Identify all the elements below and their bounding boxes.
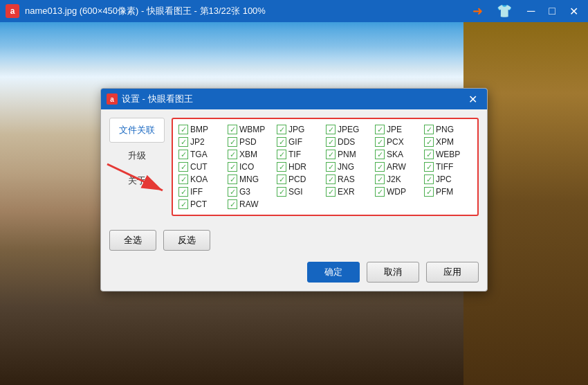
file-type-checkbox[interactable] [375, 150, 385, 159]
file-type-checkbox[interactable] [277, 150, 286, 159]
file-type-label: DDS [338, 137, 355, 147]
file-type-checkbox[interactable] [178, 187, 188, 197]
sidebar-item-file-assoc[interactable]: 文件关联 [109, 118, 165, 143]
file-type-item: EXR [326, 187, 374, 197]
file-type-checkbox[interactable] [375, 162, 385, 172]
apply-button[interactable]: 应用 [426, 262, 479, 283]
file-type-checkbox[interactable] [178, 174, 188, 184]
file-type-checkbox[interactable] [424, 150, 434, 159]
file-type-item: WBMP [228, 125, 275, 134]
file-type-label: PFM [436, 187, 453, 197]
file-type-label: ICO [239, 162, 254, 172]
file-type-checkbox[interactable] [326, 137, 336, 147]
file-type-item: RAS [326, 174, 374, 184]
arrow-icon: ➜ [472, 3, 483, 19]
file-type-item: JP2 [178, 137, 226, 147]
file-type-item: PCT [178, 199, 226, 209]
file-type-checkbox[interactable] [277, 137, 286, 147]
file-type-item: JPC [424, 174, 472, 184]
file-type-label: HDR [288, 162, 306, 172]
file-type-label: BMP [190, 125, 208, 134]
file-type-label: PCX [387, 137, 404, 147]
file-type-checkbox[interactable] [228, 125, 237, 134]
file-type-checkbox[interactable] [228, 150, 237, 159]
file-type-checkbox[interactable] [178, 125, 188, 134]
file-type-item: PCX [375, 137, 423, 147]
settings-sidebar: 文件关联 升级 关于 [109, 118, 165, 216]
file-type-label: JPE [387, 125, 402, 134]
window-title: name013.jpg (600×450像素) - 快眼看图王 - 第13/22… [25, 5, 472, 17]
file-type-checkbox[interactable] [375, 125, 385, 134]
file-type-item: GIF [277, 137, 324, 147]
file-type-checkbox[interactable] [326, 150, 336, 159]
file-type-checkbox[interactable] [178, 137, 188, 147]
file-type-label: WEBP [436, 150, 460, 159]
file-type-label: JPC [436, 174, 452, 184]
file-type-label: EXR [338, 187, 355, 197]
window-controls: ─ □ ✕ [523, 3, 582, 19]
file-type-item: HDR [277, 162, 324, 172]
file-type-checkbox[interactable] [277, 125, 286, 134]
file-type-label: JPG [288, 125, 304, 134]
file-type-label: JP2 [190, 137, 205, 147]
app-icon: a [6, 4, 19, 18]
file-type-checkbox[interactable] [375, 174, 385, 184]
file-type-checkbox[interactable] [228, 137, 237, 147]
file-type-item: PCD [277, 174, 324, 184]
file-type-checkbox[interactable] [178, 162, 188, 172]
select-all-button[interactable]: 全选 [109, 230, 156, 251]
file-type-checkbox[interactable] [375, 137, 385, 147]
file-type-label: G3 [239, 187, 250, 197]
file-type-checkbox[interactable] [424, 125, 434, 134]
file-type-item: CUT [178, 162, 226, 172]
file-type-item: JPG [277, 125, 324, 134]
dialog-overlay: a 设置 - 快眼看图王 ✕ 文件关联 升级 关于 BMPWBMPJP [0, 22, 588, 385]
cancel-button[interactable]: 取消 [367, 262, 419, 283]
file-type-checkbox[interactable] [326, 162, 336, 172]
dialog-close-button[interactable]: ✕ [464, 91, 481, 107]
file-type-checkbox[interactable] [326, 187, 336, 197]
file-type-label: J2K [387, 174, 401, 184]
dialog-title: 设置 - 快眼看图王 [122, 93, 464, 105]
file-type-label: KOA [190, 174, 208, 184]
file-type-checkbox[interactable] [228, 174, 237, 184]
sidebar-item-upgrade[interactable]: 升级 [109, 144, 165, 168]
file-type-checkbox[interactable] [277, 162, 286, 172]
close-button[interactable]: ✕ [565, 3, 582, 19]
file-type-item: KOA [178, 174, 226, 184]
file-type-label: WDP [387, 187, 406, 197]
file-type-label: TIF [288, 150, 301, 159]
file-type-label: WBMP [239, 125, 265, 134]
file-type-checkbox[interactable] [326, 174, 336, 184]
file-type-item: MNG [228, 174, 275, 184]
file-type-checkbox[interactable] [424, 187, 434, 197]
confirm-button[interactable]: 确定 [307, 262, 360, 283]
file-type-checkbox[interactable] [228, 199, 237, 209]
file-type-checkbox[interactable] [277, 174, 286, 184]
file-type-item: TGA [178, 150, 226, 159]
invert-button[interactable]: 反选 [163, 230, 210, 251]
sidebar-item-about[interactable]: 关于 [109, 169, 165, 192]
file-type-item: XBM [228, 150, 275, 159]
file-type-label: SGI [288, 187, 303, 197]
file-type-checkbox[interactable] [178, 199, 188, 209]
file-type-item: RAW [228, 199, 275, 209]
file-type-label: CUT [190, 162, 208, 172]
file-type-checkbox[interactable] [375, 187, 385, 197]
file-type-checkbox[interactable] [424, 174, 434, 184]
file-type-item: BMP [178, 125, 226, 134]
file-type-checkbox[interactable] [228, 162, 237, 172]
file-type-checkbox[interactable] [178, 150, 188, 159]
file-type-label: PCT [190, 199, 207, 209]
shirt-icon: 👕 [497, 3, 512, 19]
file-type-checkbox[interactable] [326, 125, 336, 134]
maximize-button[interactable]: □ [544, 3, 560, 19]
file-type-checkbox[interactable] [424, 137, 434, 147]
file-types-panel: BMPWBMPJPGJPEGJPEPNGJP2PSDGIFDDSPCXXPMTG… [172, 118, 479, 216]
file-type-item: TIF [277, 150, 324, 159]
file-type-checkbox[interactable] [228, 187, 237, 197]
file-type-checkbox[interactable] [277, 187, 286, 197]
file-type-item: JPE [375, 125, 423, 134]
file-type-checkbox[interactable] [424, 162, 434, 172]
minimize-button[interactable]: ─ [523, 3, 539, 19]
